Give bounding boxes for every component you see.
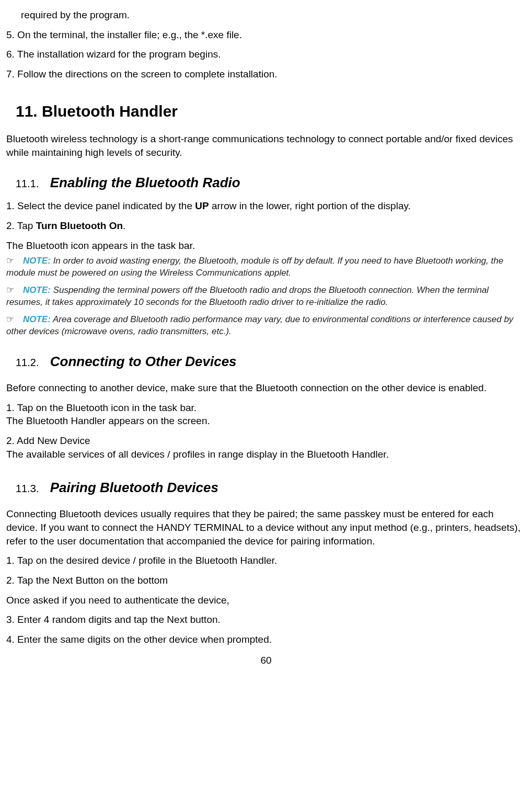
section-11-2-heading: 11.2. Connecting to Other Devices (16, 352, 526, 371)
note-3: ☞NOTE: Area coverage and Bluetooth radio… (6, 314, 526, 338)
section-11-3-number: 11.3. (16, 483, 39, 494)
s11-2-step-2a: 2. Add New Device (6, 434, 526, 448)
s11-3-step-1: 1. Tap on the desired device / profile i… (6, 554, 526, 567)
s11-1-step-2-text-a: 2. Tap (6, 220, 36, 231)
note-1: ☞NOTE: In order to avoid wasting energy,… (6, 255, 526, 279)
section-11-3-heading: 11.3. Pairing Bluetooth Devices (16, 479, 526, 497)
s11-2-step-1b: The Bluetooth Handler appears on the scr… (6, 414, 526, 428)
section-11-heading: 11. Bluetooth Handler (16, 101, 526, 122)
section-11-3-title: Pairing Bluetooth Devices (50, 480, 218, 495)
note-1-text: In order to avoid wasting energy, the Bl… (6, 256, 503, 278)
note-3-text: Area coverage and Bluetooth radio perfor… (6, 314, 513, 336)
section-11-2-title: Connecting to Other Devices (50, 354, 237, 369)
section-11-1-heading: 11.1. Enabling the Bluetooth Radio (16, 174, 526, 192)
s11-1-after: The Bluetooth icon appears in the task b… (6, 239, 526, 253)
pointing-hand-icon: ☞ (6, 314, 21, 326)
install-step-6: 6. The installation wizard for the progr… (6, 48, 526, 61)
intro-fragment: required by the program. (6, 8, 526, 22)
note-label: NOTE: (23, 314, 51, 324)
s11-1-step-1: 1. Select the device panel indicated by … (6, 199, 526, 213)
section-11-1-title: Enabling the Bluetooth Radio (50, 175, 240, 190)
s11-1-step-2-bold: Turn Bluetooth On (36, 220, 123, 231)
install-step-5: 5. On the terminal, the installer file; … (6, 28, 526, 42)
s11-3-step-4: 4. Enter the same digits on the other de… (6, 633, 526, 646)
note-2: ☞NOTE: Suspending the terminal powers of… (6, 285, 526, 309)
s11-1-step-1-text-a: 1. Select the device panel indicated by … (6, 200, 195, 211)
s11-1-step-1-bold: UP (195, 200, 209, 211)
s11-2-step-1a: 1. Tap on the Bluetooth icon in the task… (6, 401, 526, 415)
install-step-7: 7. Follow the directions on the screen t… (6, 67, 526, 81)
page-number: 60 (6, 654, 526, 667)
pointing-hand-icon: ☞ (6, 255, 21, 267)
section-11-1-number: 11.1. (16, 178, 39, 189)
s11-3-step-3: 3. Enter 4 random digits and tap the Nex… (6, 613, 526, 627)
s11-1-step-2-text-b: . (123, 220, 125, 231)
s11-3-intro: Connecting Bluetooth devices usually req… (6, 507, 526, 548)
s11-3-after-2: Once asked if you need to authenticate t… (6, 594, 526, 607)
s11-1-step-1-text-b: arrow in the lower, right portion of the… (209, 200, 411, 211)
pointing-hand-icon: ☞ (6, 285, 21, 297)
s11-2-intro: Before connecting to another device, mak… (6, 381, 526, 395)
section-11-2-number: 11.2. (16, 357, 39, 368)
s11-1-step-2: 2. Tap Turn Bluetooth On. (6, 219, 526, 233)
note-label: NOTE: (23, 285, 51, 295)
s11-3-step-2: 2. Tap the Next Button on the bottom (6, 574, 526, 587)
note-2-text: Suspending the terminal powers off the B… (6, 285, 489, 307)
s11-2-step-2b: The available services of all devices / … (6, 448, 526, 461)
note-label: NOTE: (23, 256, 51, 266)
section-11-intro: Bluetooth wireless technology is a short… (6, 132, 526, 159)
